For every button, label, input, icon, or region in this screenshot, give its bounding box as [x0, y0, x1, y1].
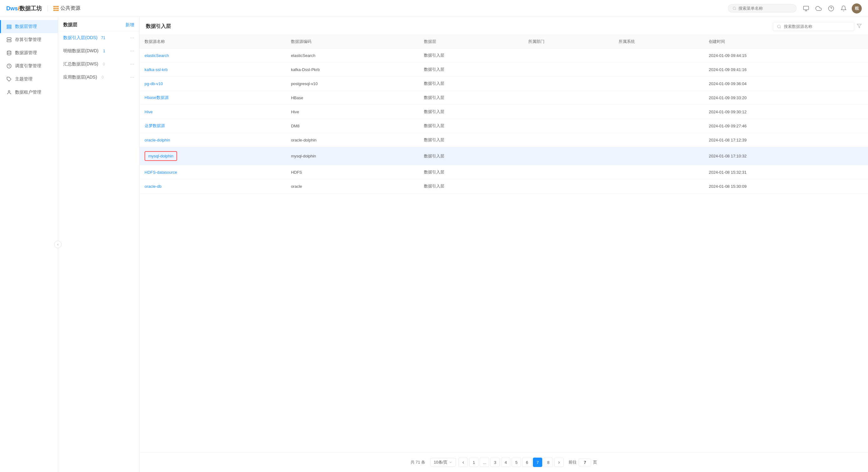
sidebar-item-theme[interactable]: 主题管理 — [0, 72, 58, 86]
datasource-dept-cell — [523, 165, 614, 179]
datasource-code-cell: mysql-dolphin — [286, 147, 419, 165]
header-search-icon — [733, 6, 737, 11]
datasource-name-cell[interactable]: mysql-dolphin — [140, 147, 286, 165]
pagination-pages: ‹1...345678› — [458, 458, 563, 467]
content-search-input[interactable] — [784, 24, 850, 29]
table-row[interactable]: oracle-dolphinoracle-dolphin数据引入层2024-01… — [140, 133, 868, 147]
page-6-button[interactable]: 6 — [522, 458, 532, 467]
content-search-box[interactable] — [773, 22, 854, 31]
table-row[interactable]: pg-db-v10postgresql-v10数据引入层2024-01-09 0… — [140, 77, 868, 91]
datasource-layer-cell: 数据引入层 — [419, 49, 523, 63]
layer-more-icon[interactable]: ··· — [130, 75, 134, 80]
datasource-system-cell — [614, 179, 704, 194]
svg-rect-6 — [7, 28, 11, 28]
datasource-name[interactable]: kafka-ssl-krb — [145, 67, 168, 72]
layer-list-item[interactable]: 数据引入层(ODS) 71 ··· — [58, 31, 139, 45]
table-row[interactable]: HiveHive数据引入层2024-01-09 09:30:12 — [140, 105, 868, 119]
datasource-name[interactable]: pg-db-v10 — [145, 81, 163, 86]
table-row[interactable]: Hbase数据源HBase数据引入层2024-01-09 09:33:20 — [140, 91, 868, 105]
datasource-name[interactable]: mysql-dolphin — [145, 151, 177, 161]
bell-icon[interactable] — [839, 4, 848, 13]
datasource-name[interactable]: Hive — [145, 110, 153, 114]
page-...-button[interactable]: ... — [480, 458, 489, 467]
layer-list-item[interactable]: 汇总数据层(DWS) 0 ··· — [58, 58, 139, 71]
layer-list-item[interactable]: 明细数据层(DWD) 1 ··· — [58, 45, 139, 58]
datasource-name-cell[interactable]: oracle-db — [140, 179, 286, 194]
layer-name: 明细数据层(DWD) — [63, 48, 99, 54]
datasource-system-cell — [614, 147, 704, 165]
datasource-created-cell: 2024-01-09 09:33:20 — [704, 91, 868, 105]
header-search-input[interactable] — [739, 6, 792, 11]
sidebar-item-schedule[interactable]: 调度引擎管理 — [0, 59, 58, 72]
page-jump-input[interactable] — [579, 459, 591, 466]
sidebar-item-datasource[interactable]: 数据源管理 — [0, 46, 58, 59]
datasource-name-cell[interactable]: 达梦数据源 — [140, 119, 286, 133]
header-search-box[interactable] — [728, 4, 797, 12]
table-row[interactable]: mysql-dolphinmysql-dolphin数据引入层2024-01-0… — [140, 147, 868, 165]
datasource-system-cell — [614, 165, 704, 179]
datasource-dept-cell — [523, 119, 614, 133]
datasource-name[interactable]: 达梦数据源 — [145, 123, 165, 128]
second-panel: 数据层 新增 数据引入层(ODS) 71 ··· 明细数据层(DWD) 1 ··… — [58, 17, 140, 472]
datasource-name[interactable]: Hbase数据源 — [145, 95, 169, 100]
datasource-dept-cell — [523, 179, 614, 194]
datasource-name[interactable]: oracle-dolphin — [145, 138, 170, 142]
layer-more-icon[interactable]: ··· — [130, 35, 134, 41]
layer-count: 0 — [99, 75, 106, 80]
layer-list-item[interactable]: 应用数据层(ADS) 0 ··· — [58, 71, 139, 84]
cloud-icon[interactable] — [814, 4, 823, 13]
page-7-button[interactable]: 7 — [533, 458, 542, 467]
table-row[interactable]: oracle-dboracle数据引入层2024-01-08 15:30:09 — [140, 179, 868, 194]
datasource-name[interactable]: HDFS-datasource — [145, 170, 177, 175]
next-page-button[interactable]: › — [554, 458, 563, 467]
layer-more-icon[interactable]: ··· — [130, 61, 134, 67]
table-header-cell: 数据源名称 — [140, 35, 286, 49]
datasource-name[interactable]: elasticSearch — [145, 53, 169, 58]
table-row[interactable]: kafka-ssl-krbkafka-Dssl-Pkrb数据引入层2024-01… — [140, 63, 868, 77]
sidebar-item-data-layer[interactable]: 数据层管理 — [0, 20, 58, 33]
datasource-name[interactable]: oracle-db — [145, 184, 161, 189]
data-table: 数据源名称数据源编码数据层所属部门所属系统创建时间 elasticSearche… — [140, 35, 868, 194]
datasource-name-cell[interactable]: HDFS-datasource — [140, 165, 286, 179]
datasource-layer-cell: 数据引入层 — [419, 179, 523, 194]
datasource-name-cell[interactable]: elasticSearch — [140, 49, 286, 63]
svg-rect-4 — [7, 25, 11, 26]
datasource-name-cell[interactable]: oracle-dolphin — [140, 133, 286, 147]
layer-more-icon[interactable]: ··· — [130, 48, 134, 54]
page-3-button[interactable]: 3 — [490, 458, 500, 467]
layer-count: 71 — [100, 36, 106, 40]
page-5-button[interactable]: 5 — [512, 458, 521, 467]
svg-point-15 — [778, 25, 780, 28]
help-icon[interactable] — [827, 4, 835, 13]
sidebar-item-compute[interactable]: 存算引擎管理 — [0, 33, 58, 46]
sidebar-label: 调度引擎管理 — [15, 63, 41, 69]
monitor-icon[interactable] — [802, 4, 810, 13]
avatar[interactable]: 租 — [852, 3, 862, 13]
sidebar-collapse-button[interactable]: ‹ — [54, 241, 62, 248]
datasource-system-cell — [614, 63, 704, 77]
datasource-code-cell: oracle — [286, 179, 419, 194]
page-4-button[interactable]: 4 — [501, 458, 510, 467]
filter-icon[interactable] — [857, 24, 862, 29]
datasource-name-cell[interactable]: Hbase数据源 — [140, 91, 286, 105]
table-row[interactable]: 达梦数据源DM8数据引入层2024-01-09 09:27:46 — [140, 119, 868, 133]
datasource-name-cell[interactable]: kafka-ssl-krb — [140, 63, 286, 77]
sidebar-label: 存算引擎管理 — [15, 37, 41, 42]
datasource-name-cell[interactable]: Hive — [140, 105, 286, 119]
page-size-select[interactable]: 10条/页 — [430, 458, 456, 467]
page-1-button[interactable]: 1 — [469, 458, 478, 467]
datasource-name-cell[interactable]: pg-db-v10 — [140, 77, 286, 91]
add-layer-button[interactable]: 新增 — [125, 22, 134, 28]
grid-icon — [54, 6, 59, 11]
datasource-created-cell: 2024-01-09 09:41:16 — [704, 63, 868, 77]
datasource-code-cell: kafka-Dssl-Pkrb — [286, 63, 419, 77]
datasource-layer-cell: 数据引入层 — [419, 165, 523, 179]
datasource-layer-cell: 数据引入层 — [419, 63, 523, 77]
table-row[interactable]: HDFS-datasourceHDFS数据引入层2024-01-08 15:32… — [140, 165, 868, 179]
page-8-button[interactable]: 8 — [544, 458, 553, 467]
prev-page-button[interactable]: ‹ — [458, 458, 468, 467]
table-body: elasticSearchelasticSearch数据引入层2024-01-0… — [140, 49, 868, 194]
sidebar-item-tenant[interactable]: 数据租户管理 — [0, 86, 58, 99]
layer-name: 应用数据层(ADS) — [63, 75, 97, 80]
table-row[interactable]: elasticSearchelasticSearch数据引入层2024-01-0… — [140, 49, 868, 63]
